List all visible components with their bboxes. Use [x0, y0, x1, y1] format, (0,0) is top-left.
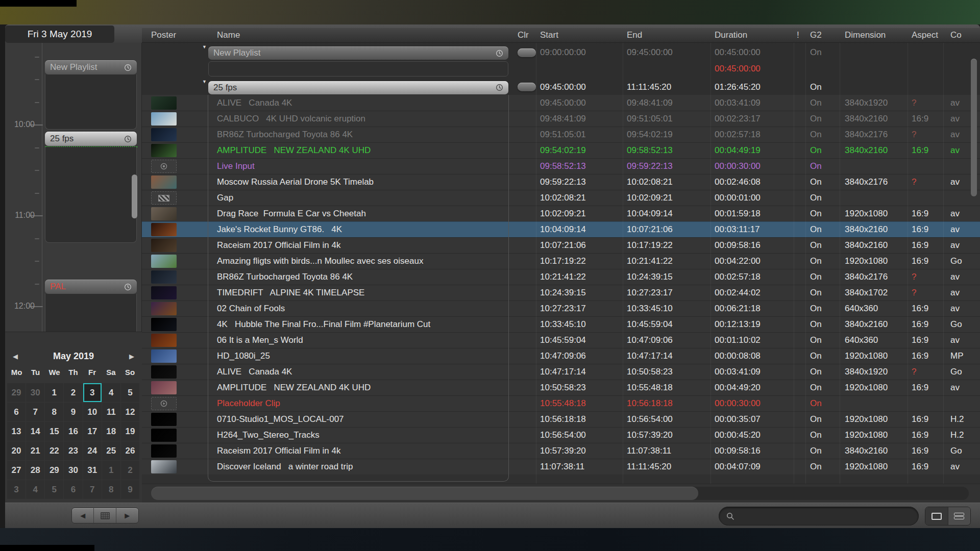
table-row[interactable]: CALBUCO 4K UHD volcanic eruption09:48:41… — [142, 111, 980, 127]
table-row[interactable]: AMPLITUDE NEW ZEALAND 4K UHD10:50:58:231… — [142, 380, 980, 395]
next-day-button[interactable]: ▶ — [116, 508, 138, 523]
color-label-button[interactable] — [518, 48, 536, 57]
table-row[interactable]: TIMEDRIFT ALPINE 4K TIMELAPSE10:24:39:15… — [142, 285, 980, 300]
table-row[interactable]: Discover Iceland a winter road trip11:07… — [142, 459, 980, 474]
column-header-g2[interactable]: G2 — [805, 28, 840, 42]
timeline-block-25fps[interactable]: 25 fps — [45, 132, 137, 146]
table-row[interactable]: ALIVE Canada 4K10:47:17:1410:50:58:2300:… — [142, 364, 980, 380]
calendar-day[interactable]: 14 — [26, 422, 44, 441]
column-header-name[interactable]: Name — [199, 28, 514, 42]
calendar-day[interactable]: 30 — [26, 383, 44, 402]
calendar-day[interactable]: 25 — [102, 441, 120, 460]
single-view-button[interactable] — [925, 507, 948, 525]
calendar-day[interactable]: 29 — [7, 383, 26, 402]
playlist-group-pill[interactable]: ▼25 fps — [208, 81, 508, 94]
calendar-day[interactable]: 31 — [83, 461, 102, 480]
calendar-day[interactable]: 7 — [83, 480, 102, 499]
calendar-view-button[interactable] — [94, 508, 116, 523]
table-row[interactable]: Moscow Russia Aerial Drone 5K Timelab09:… — [142, 174, 980, 190]
disclosure-triangle-icon[interactable]: ▼ — [202, 79, 207, 84]
table-row[interactable]: 0710-Studio1_MOS_LOCAL-00710:56:18:1810:… — [142, 411, 980, 427]
table-row[interactable]: 06 It is a Men_s World10:45:59:0410:47:0… — [142, 332, 980, 348]
table-row[interactable]: Jake's Rocket Bunny GT86. 4K10:04:09:141… — [142, 221, 980, 237]
table-row[interactable]: 02 Chain of Fools10:27:23:1710:33:45:100… — [142, 300, 980, 316]
calendar-day[interactable]: 11 — [102, 403, 120, 421]
table-row[interactable]: Gap10:02:08:2110:02:09:2100:00:01:00On — [142, 190, 980, 206]
calendar-day[interactable]: 4 — [102, 383, 120, 402]
disclosure-triangle-icon[interactable]: ▼ — [202, 45, 207, 49]
calendar-day[interactable]: 12 — [121, 403, 139, 421]
playlist-group-row[interactable]: ▼25 fps09:45:00:0011:11:45:2001:26:45:20… — [142, 79, 980, 95]
search-field[interactable] — [719, 507, 919, 525]
calendar-day[interactable]: 26 — [121, 441, 139, 460]
timeline-scrollbar-thumb[interactable] — [132, 174, 137, 218]
list-view-button[interactable] — [948, 507, 970, 525]
playlist-group-row[interactable]: ▼New Playlist09:00:00:0009:45:00:0000:45… — [142, 45, 980, 60]
calendar-day[interactable]: 17 — [83, 422, 102, 441]
timeline-block-pal[interactable]: PAL — [45, 280, 137, 294]
color-label-button[interactable] — [518, 83, 536, 91]
calendar-day[interactable]: 13 — [7, 422, 26, 441]
calendar-day[interactable]: 10 — [83, 403, 102, 421]
table-row[interactable]: Amazing fligts with birds...n Moullec av… — [142, 253, 980, 269]
table-row[interactable]: HD_1080i_2510:47:09:0610:47:17:1400:00:0… — [142, 348, 980, 364]
calendar-day[interactable]: 19 — [121, 422, 139, 441]
calendar-day[interactable]: 9 — [121, 480, 139, 499]
calendar-day[interactable]: 6 — [64, 480, 82, 499]
table-row[interactable]: 4K Hubble The Final Fro...Final Film #Pl… — [142, 316, 980, 332]
calendar-day[interactable]: 15 — [45, 422, 63, 441]
column-header-co[interactable]: Co — [943, 28, 980, 42]
table-row[interactable]: Drag Race Formula E Car vs Cheetah10:02:… — [142, 206, 980, 221]
calendar-day[interactable]: 23 — [64, 441, 82, 460]
column-header-[interactable]: ! — [794, 28, 805, 42]
calendar-day[interactable]: 2 — [121, 461, 139, 480]
calendar-prev-month-button[interactable]: ◀ — [5, 353, 26, 360]
calendar-day[interactable]: 1 — [45, 383, 63, 402]
column-header-aspect[interactable]: Aspect — [908, 28, 943, 42]
calendar-day[interactable]: 5 — [45, 480, 63, 499]
calendar-day[interactable]: 6 — [7, 403, 26, 421]
calendar-day[interactable]: 21 — [26, 441, 44, 460]
calendar-day[interactable]: 28 — [26, 461, 44, 480]
calendar-day[interactable]: 5 — [121, 383, 139, 402]
table-row[interactable]: BR86Z Turbocharged Toyota 86 4K09:51:05:… — [142, 127, 980, 142]
calendar-day[interactable]: 8 — [45, 403, 63, 421]
calendar-next-month-button[interactable]: ▶ — [121, 353, 142, 360]
playlist-group-pill[interactable]: ▼New Playlist — [208, 46, 508, 60]
table-row[interactable]: Raceism 2017 Official Film in 4k10:57:39… — [142, 443, 980, 459]
calendar-day[interactable]: 24 — [83, 441, 102, 460]
calendar-day[interactable]: 2 — [64, 383, 82, 402]
calendar-day[interactable]: 18 — [102, 422, 120, 441]
horizontal-scrollbar-thumb[interactable] — [151, 487, 698, 500]
column-header-duration[interactable]: Duration — [710, 28, 794, 42]
timeline-block-new-playlist[interactable]: New Playlist — [45, 60, 137, 74]
calendar-day[interactable]: 9 — [64, 403, 82, 421]
day-timeline[interactable]: New Playlist 25 fps — [5, 43, 142, 332]
calendar-day[interactable]: 4 — [26, 480, 44, 499]
column-header-start[interactable]: Start — [536, 28, 623, 42]
calendar-day-selected[interactable]: 3 — [83, 383, 102, 402]
calendar-day[interactable]: 27 — [7, 461, 26, 480]
calendar-day[interactable]: 7 — [26, 403, 44, 421]
calendar-day[interactable]: 16 — [64, 422, 82, 441]
search-input[interactable] — [739, 512, 907, 521]
previous-day-button[interactable]: ◀ — [72, 508, 94, 523]
calendar-day[interactable]: 3 — [7, 480, 26, 499]
table-row[interactable]: H264_Two_Stereo_Tracks10:56:54:0010:57:3… — [142, 427, 980, 443]
table-row[interactable]: ALIVE Canada 4K09:45:00:0009:48:41:0900:… — [142, 95, 980, 111]
table-row[interactable]: Live Input09:58:52:1309:59:22:1300:00:30… — [142, 158, 980, 174]
table-row[interactable]: AMPLITUDE NEW ZEALAND 4K UHD09:54:02:190… — [142, 142, 980, 158]
column-header-poster[interactable]: Poster — [142, 28, 199, 42]
calendar-day[interactable]: 1 — [102, 461, 120, 480]
table-row[interactable]: Raceism 2017 Official Film in 4k10:07:21… — [142, 237, 980, 253]
calendar-day[interactable]: 29 — [45, 461, 63, 480]
calendar-day[interactable]: 8 — [102, 480, 120, 499]
column-header-end[interactable]: End — [623, 28, 710, 42]
calendar-day[interactable]: 22 — [45, 441, 63, 460]
column-header-dimension[interactable]: Dimension — [840, 28, 908, 42]
vertical-scrollbar-thumb[interactable] — [971, 59, 977, 196]
table-row[interactable]: Placeholder Clip10:55:48:1810:56:18:1800… — [142, 395, 980, 411]
column-header-clr[interactable]: Clr — [514, 28, 536, 42]
calendar-day[interactable]: 30 — [64, 461, 82, 480]
table-row[interactable]: BR86Z Turbocharged Toyota 86 4K10:21:41:… — [142, 269, 980, 285]
